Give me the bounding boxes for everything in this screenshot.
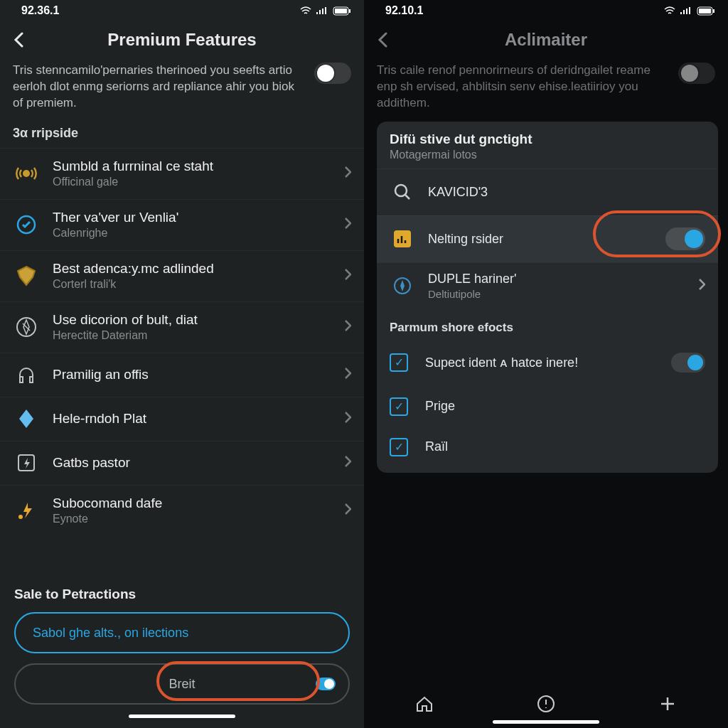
diamond-icon — [13, 405, 40, 432]
page-title: Aclimaiter — [364, 30, 728, 50]
row-title: Sumbld a furrninal ce staht — [53, 159, 344, 174]
row-title: Use dicorion of bult, diat — [53, 312, 344, 328]
card-subtitle: Motagermai lotos — [390, 149, 705, 161]
header: Aclimaiter — [364, 21, 728, 58]
check-row[interactable]: ✓ Supect ident ᴀ hatce inere! — [377, 341, 718, 385]
row-title: Best adenca:y.mc adlinded — [53, 261, 344, 277]
chevron-right-icon — [344, 217, 351, 232]
checkbox-icon[interactable]: ✓ — [390, 397, 408, 416]
feature-row[interactable]: Best adenca:y.mc adlindedCorterl trali'k — [0, 250, 364, 301]
checkbox-icon[interactable]: ✓ — [390, 353, 408, 372]
feature-row[interactable]: Ther va'ver ur Venlia'Calenrighe — [0, 199, 364, 250]
search-icon — [390, 179, 415, 205]
svg-rect-2 — [349, 9, 350, 13]
home-indicator — [493, 720, 599, 724]
footer: Sale to Petractions Sabol ghe alts., on … — [0, 579, 364, 728]
checkbox-icon[interactable]: ✓ — [390, 438, 408, 456]
chevron-right-icon — [344, 503, 351, 518]
battery-icon — [333, 6, 351, 16]
row-title: Ther va'ver ur Venlia' — [53, 210, 344, 225]
compass-target-icon — [390, 273, 415, 299]
svg-rect-9 — [699, 9, 711, 14]
right-pane: 92.10.1 Aclimaiter Tris caile renof penn… — [364, 0, 728, 728]
footer-label: Sale to Petractions — [14, 579, 350, 612]
header: Premium Features — [0, 21, 364, 58]
nav-add[interactable] — [658, 694, 678, 717]
check-toggle[interactable] — [671, 353, 705, 373]
search-row[interactable]: KAVICID'3 — [377, 168, 718, 215]
wifi-icon — [300, 6, 311, 15]
section-label: 3α rripside — [0, 122, 364, 148]
master-toggle[interactable] — [314, 63, 351, 84]
check-label: Supect ident ᴀ hatce inere! — [425, 355, 671, 370]
chevron-right-icon — [344, 367, 351, 382]
alert-icon — [536, 694, 556, 714]
row-subtitle: Corterl trali'k — [53, 278, 344, 291]
description-text: Tris stenncamilo'pernaries therinoed you… — [13, 63, 304, 112]
nav-row-title: DUPLE hariner' — [428, 272, 698, 287]
svg-point-7 — [18, 515, 23, 519]
svg-point-3 — [23, 170, 30, 177]
row-title: Pramilig an offis — [53, 367, 344, 382]
primary-action-button[interactable]: Sabol ghe alts., on ilections — [14, 612, 350, 653]
feature-row[interactable]: Hele-rndoh Plat — [0, 397, 364, 441]
check-row[interactable]: ✓ Prige — [377, 385, 718, 429]
description-block: Tris stenncamilo'pernaries therinoed you… — [0, 58, 364, 122]
nav-home[interactable] — [414, 694, 434, 717]
chevron-right-icon — [344, 268, 351, 284]
left-pane: 92.36.1 Premium Features Tris stenncamil… — [0, 0, 364, 728]
row-subtitle: Officinal gale — [53, 176, 344, 188]
home-icon — [414, 694, 434, 714]
nav-row[interactable]: DUPLE hariner'Deltiutipole — [377, 262, 718, 309]
secondary-action-button[interactable]: Breit — [14, 663, 350, 705]
check-circle-icon — [13, 211, 40, 238]
wifi-icon — [664, 6, 675, 15]
status-time: 92.10.1 — [385, 4, 423, 17]
secondary-action-label: Breit — [168, 677, 195, 692]
settings-card: Difü stive dut gnctight Motagermai lotos… — [377, 122, 718, 473]
status-bar: 92.10.1 — [364, 0, 728, 21]
card-header: Difü stive dut gnctight Motagermai lotos — [377, 122, 718, 168]
spark-icon — [13, 497, 40, 524]
feature-row[interactable]: Gatbs pastor — [0, 441, 364, 485]
row-title: Subocomand dafe — [53, 496, 344, 511]
chevron-right-icon — [344, 319, 351, 335]
feature-row[interactable]: Pramilig an offis — [0, 353, 364, 397]
chart-icon — [390, 226, 415, 252]
svg-rect-1 — [335, 9, 347, 14]
status-time: 92.36.1 — [21, 4, 59, 17]
compass-icon — [13, 314, 40, 341]
check-row[interactable]: ✓ Raïl — [377, 429, 718, 473]
search-value: KAVICID'3 — [428, 185, 705, 200]
card-section-label: Parmum shore efocts — [377, 309, 718, 341]
toggle-row[interactable]: Nelting rsider — [377, 215, 718, 262]
nav-alert[interactable] — [536, 694, 556, 717]
description-block: Tris caile renof pennorirneurs of deridn… — [364, 58, 728, 122]
row-title: Gatbs pastor — [53, 455, 344, 471]
svg-rect-10 — [713, 9, 714, 13]
battery-icon — [697, 6, 715, 16]
feature-row[interactable]: Subocomand dafeEynote — [0, 485, 364, 536]
status-indicators — [664, 6, 715, 16]
description-text: Tris caile renof pennorirneurs of deridn… — [377, 63, 668, 112]
page-title: Premium Features — [0, 30, 364, 50]
chevron-right-icon — [698, 278, 705, 294]
svg-point-11 — [395, 185, 407, 196]
toggle-row-label: Nelting rsider — [428, 232, 665, 247]
row-toggle[interactable] — [665, 228, 705, 250]
primary-action-label: Sabol ghe alts., on ilections — [33, 626, 188, 641]
chevron-right-icon — [344, 411, 351, 427]
feature-row[interactable]: Use dicorion of bult, diatHerectite Date… — [0, 301, 364, 353]
secondary-toggle[interactable] — [316, 678, 336, 690]
row-subtitle: Eynote — [53, 513, 344, 525]
status-indicators — [300, 6, 351, 16]
nav-row-subtitle: Deltiutipole — [428, 288, 698, 300]
bottom-nav — [364, 682, 728, 728]
master-toggle[interactable] — [678, 63, 715, 84]
check-label: Prige — [425, 399, 705, 414]
chevron-right-icon — [344, 455, 351, 471]
signal-icon — [680, 6, 692, 15]
row-title: Hele-rndoh Plat — [53, 411, 344, 427]
feature-row[interactable]: Sumbld a furrninal ce stahtOfficinal gal… — [0, 148, 364, 199]
status-bar: 92.36.1 — [0, 0, 364, 21]
